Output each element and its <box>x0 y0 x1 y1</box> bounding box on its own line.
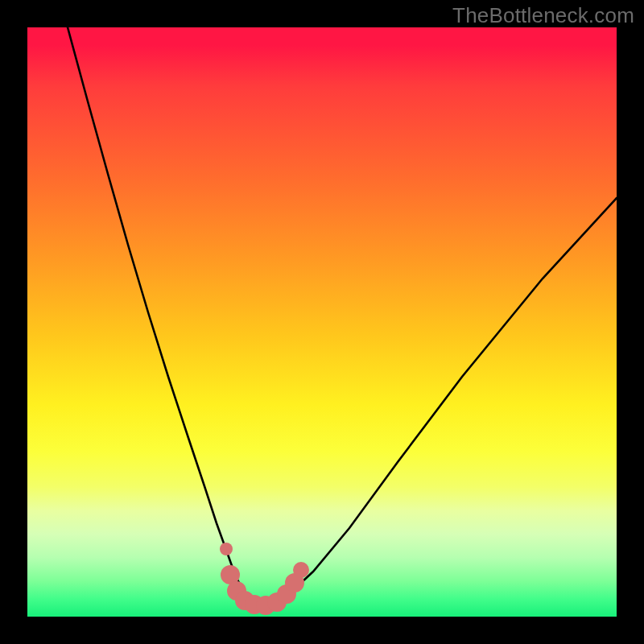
chart-frame: TheBottleneck.com <box>0 0 644 644</box>
plot-area <box>27 27 617 617</box>
watermark-text: TheBottleneck.com <box>452 3 634 28</box>
curve-layer <box>27 27 617 617</box>
bottleneck-curve <box>68 27 617 602</box>
highlighted-region <box>220 543 309 615</box>
marker-dot <box>293 562 309 578</box>
marker-dot <box>220 543 233 555</box>
